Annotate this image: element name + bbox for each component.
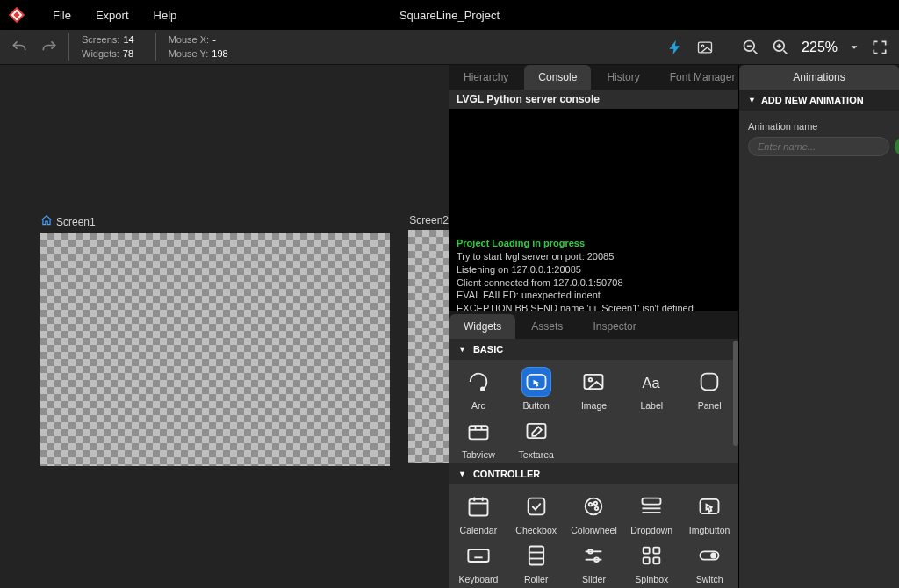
widget-switch[interactable]: Switch [680,541,738,584]
right-tabs: Hierarchy Console History Font Manager [450,65,738,90]
lower-tabs: Widgets Assets Inspector [450,314,738,339]
console-output[interactable]: Project Loading in progress Try to start… [450,109,738,311]
animation-name-label: Animation name [748,121,890,132]
svg-point-29 [589,503,593,506]
console-line: Try to start lvgl server on port: 20085 [457,250,731,263]
svg-rect-50 [654,548,660,554]
widget-panel[interactable]: Panel [680,367,738,411]
svg-point-31 [595,507,599,511]
flash-icon[interactable] [665,37,686,58]
widget-colorwheel[interactable]: Colorwheel [565,491,623,535]
svg-rect-32 [643,498,661,505]
widget-arc[interactable]: Arc [450,367,507,411]
console-line: Project Loading in progress [457,237,731,250]
undo-icon[interactable] [9,37,30,58]
svg-text:Aa: Aa [643,375,661,391]
console-line: Listening on 127.0.0.1:20085 [457,263,731,276]
svg-point-30 [594,502,598,506]
svg-rect-52 [654,557,660,563]
tab-hierarchy[interactable]: Hierarchy [450,65,522,90]
widgets-scrollbar[interactable] [733,341,738,446]
screen2-preview[interactable] [408,230,449,463]
animations-section-header[interactable]: ▼ADD NEW ANIMATION [739,90,899,111]
stats-screens-widgets: Screens:14 Widgets:78 [68,33,147,61]
menubar: File Export Help SquareLine_Project [0,0,899,30]
widget-checkbox[interactable]: Checkbox [507,491,565,535]
zoom-in-icon[interactable] [770,37,791,58]
svg-rect-51 [644,557,650,563]
widget-spinbox[interactable]: Spinbox [622,541,680,584]
svg-rect-42 [529,547,543,565]
chevron-down-icon[interactable] [848,37,860,58]
widget-label[interactable]: AaLabel [622,367,680,411]
section-basic-header[interactable]: ▼BASIC [450,339,738,360]
menu-file[interactable]: File [53,9,71,22]
tab-widgets[interactable]: Widgets [450,314,515,339]
image-icon[interactable] [694,37,716,58]
menu-export[interactable]: Export [96,9,129,22]
zoom-out-icon[interactable] [740,37,761,58]
widget-grid-controller: Calendar Checkbox Colorwheel Dropdown Im… [450,484,738,588]
widget-slider[interactable]: Slider [565,541,623,584]
tab-history[interactable]: History [593,65,653,90]
svg-rect-18 [469,426,487,439]
console-title: LVGL Python server console [450,90,738,109]
canvas[interactable]: Screen1 Screen2 [0,65,450,588]
svg-rect-17 [701,374,718,391]
add-animation-button[interactable]: ADD ANIMATION [895,137,899,156]
home-icon [40,214,53,229]
widget-textarea[interactable]: Textarea [507,416,565,460]
svg-rect-27 [528,498,544,515]
app-logo-icon [7,5,26,25]
widget-dropdown[interactable]: Dropdown [622,491,680,535]
svg-rect-23 [469,499,487,516]
svg-point-4 [701,45,704,47]
widget-keyboard[interactable]: Keyboard [450,541,507,584]
fullscreen-icon[interactable] [869,37,890,58]
tab-inspector[interactable]: Inspector [579,314,650,339]
svg-point-12 [481,387,485,391]
section-controller-header[interactable]: ▼CONTROLLER [450,463,738,484]
widget-imgbutton[interactable]: Imgbutton [680,491,738,535]
svg-rect-49 [644,548,650,554]
screen2-label: Screen2 [409,214,449,226]
tab-font-manager[interactable]: Font Manager [656,65,750,90]
widget-image[interactable]: Image [565,367,623,411]
stats-mouse: Mouse X:- Mouse Y:198 [155,33,241,61]
svg-point-15 [589,378,593,382]
tab-assets[interactable]: Assets [517,314,577,339]
widget-calendar[interactable]: Calendar [450,491,507,535]
svg-rect-36 [468,549,488,562]
widget-tabview[interactable]: Tabview [450,416,507,460]
menu-help[interactable]: Help [154,9,177,22]
widget-grid-basic: Arc Button Image AaLabel Panel Tabview T… [450,360,738,463]
svg-rect-14 [585,375,603,389]
widget-roller[interactable]: Roller [507,541,565,584]
svg-line-6 [753,50,757,54]
redo-icon[interactable] [39,37,60,58]
tab-console[interactable]: Console [524,65,591,90]
zoom-value[interactable]: 225% [802,39,838,55]
tab-animations[interactable]: Animations [739,65,899,90]
screen1-label: Screen1 [56,216,96,228]
toolbar: Screens:14 Widgets:78 Mouse X:- Mouse Y:… [0,30,899,65]
animation-name-input[interactable] [748,137,889,156]
widget-button[interactable]: Button [507,367,565,411]
console-line: EXCEPTION BB SEND name 'ui_Screen1' isn'… [457,302,731,311]
svg-point-28 [586,498,602,515]
svg-rect-3 [699,42,712,53]
console-line: Client connected from 127.0.0.1:50708 [457,276,731,290]
svg-point-54 [710,553,716,559]
svg-line-9 [783,50,787,54]
window-title: SquareLine_Project [399,9,500,22]
console-line: EVAL FAILED: unexpected indent [457,289,731,302]
screen1-preview[interactable] [40,233,390,466]
